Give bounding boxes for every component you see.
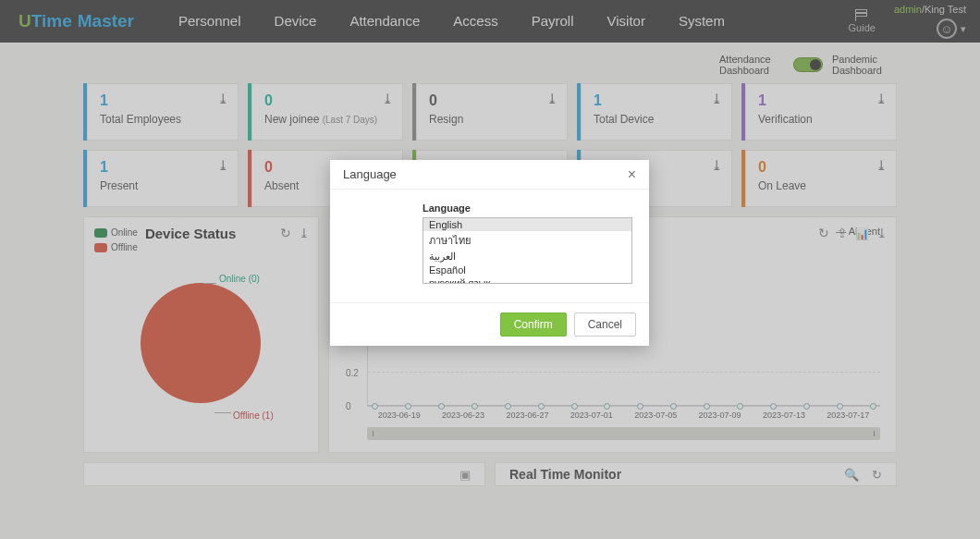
- field-label-language: Language: [423, 202, 632, 214]
- dialog-title: Language: [343, 167, 397, 181]
- language-option[interactable]: English: [423, 218, 631, 231]
- close-icon[interactable]: ×: [628, 168, 636, 181]
- language-option[interactable]: Español: [423, 263, 631, 276]
- confirm-button[interactable]: Confirm: [500, 312, 567, 337]
- language-option[interactable]: العربية: [423, 250, 631, 263]
- language-dialog: Language × Language English ภาษาไทย العر…: [330, 160, 649, 346]
- cancel-button[interactable]: Cancel: [574, 312, 636, 337]
- language-option[interactable]: ภาษาไทย: [423, 231, 631, 250]
- language-select-list[interactable]: English ภาษาไทย العربية Español русский …: [423, 217, 632, 284]
- language-option[interactable]: русский язык: [423, 276, 631, 284]
